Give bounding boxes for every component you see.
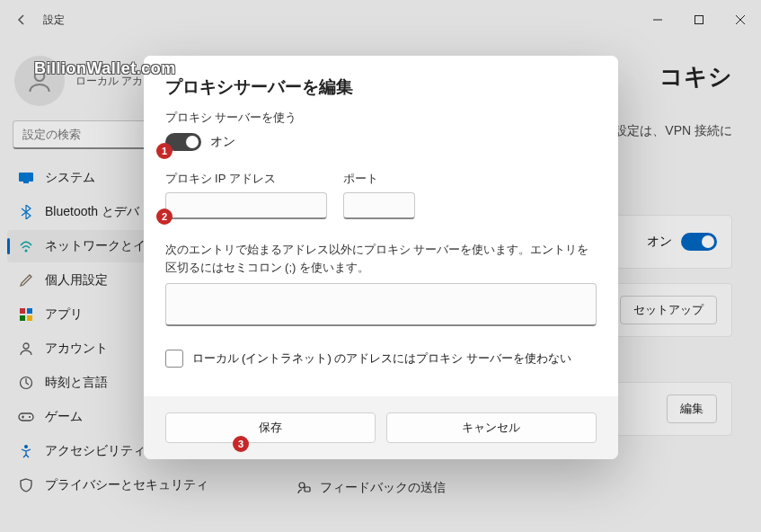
annotation-badge-1: 1 bbox=[156, 143, 173, 159]
annotation-badge-2: 2 bbox=[156, 208, 173, 225]
cancel-button[interactable]: キャンセル bbox=[386, 412, 597, 443]
port-input[interactable] bbox=[343, 192, 415, 219]
modal-overlay: プロキシサーバーを編集 プロキシ サーバーを使う オン プロキシ IP アドレス… bbox=[0, 0, 761, 532]
toggle-state-label: オン bbox=[210, 134, 235, 150]
watermark: BillionWallet.com bbox=[34, 59, 176, 78]
dialog-title: プロキシサーバーを編集 bbox=[165, 75, 597, 99]
dialog-footer: 保存 キャンセル bbox=[144, 396, 618, 459]
port-label: ポート bbox=[343, 171, 415, 187]
ip-label: プロキシ IP アドレス bbox=[165, 171, 327, 187]
proxy-edit-dialog: プロキシサーバーを編集 プロキシ サーバーを使う オン プロキシ IP アドレス… bbox=[144, 56, 618, 459]
port-field: ポート bbox=[343, 171, 415, 219]
bypass-textarea[interactable] bbox=[165, 283, 597, 326]
use-proxy-label: プロキシ サーバーを使う bbox=[165, 110, 597, 126]
local-bypass-label: ローカル (イントラネット) のアドレスにはプロキシ サーバーを使わない bbox=[192, 350, 572, 367]
save-button[interactable]: 保存 bbox=[165, 412, 376, 443]
bypass-description: 次のエントリで始まるアドレス以外にプロキシ サーバーを使います。エントリを区切る… bbox=[165, 241, 597, 276]
local-bypass-checkbox[interactable] bbox=[165, 350, 183, 368]
use-proxy-toggle-row: オン bbox=[165, 133, 597, 151]
ip-field: プロキシ IP アドレス bbox=[165, 171, 327, 219]
dialog-body: プロキシサーバーを編集 プロキシ サーバーを使う オン プロキシ IP アドレス… bbox=[144, 56, 618, 396]
address-port-row: プロキシ IP アドレス ポート bbox=[165, 171, 597, 219]
annotation-badge-3: 3 bbox=[233, 436, 249, 452]
ip-input[interactable] bbox=[165, 192, 327, 219]
local-bypass-row: ローカル (イントラネット) のアドレスにはプロキシ サーバーを使わない bbox=[165, 350, 597, 368]
